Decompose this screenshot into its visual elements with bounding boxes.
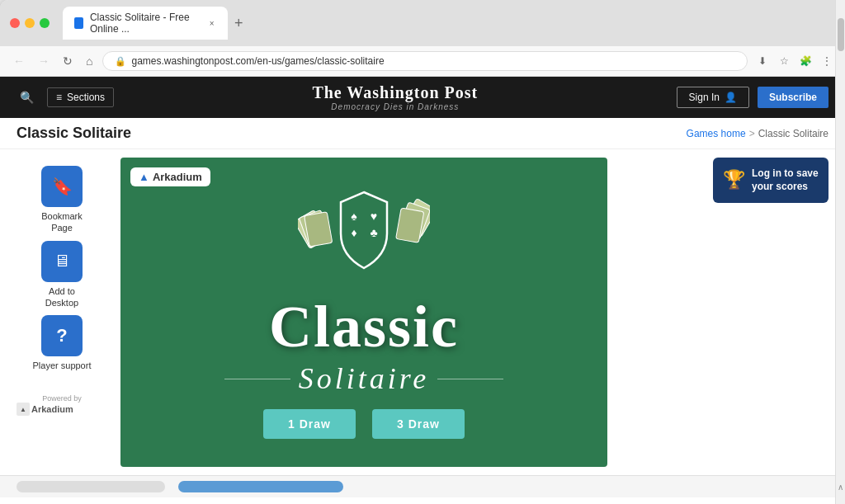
left-title-dash bbox=[224, 379, 290, 379]
powered-by-text: Powered by bbox=[17, 394, 107, 403]
minimize-window-button[interactable] bbox=[25, 18, 35, 28]
traffic-lights bbox=[10, 18, 50, 28]
person-icon: 👤 bbox=[725, 92, 737, 103]
title-bar: Classic Solitaire - Free Online ... × + bbox=[0, 0, 845, 46]
maximize-window-button[interactable] bbox=[40, 18, 50, 28]
search-button[interactable]: 🔍 bbox=[17, 87, 37, 107]
wp-header-left: 🔍 ≡ Sections bbox=[17, 87, 114, 107]
bookmark-page-label: BookmarkPage bbox=[41, 210, 83, 234]
more-options-icon[interactable]: ⋮ bbox=[819, 53, 835, 69]
wp-header-right: Sign In 👤 Subscribe bbox=[677, 87, 828, 108]
save-scores-card[interactable]: 🏆 Log in to save your scores bbox=[713, 158, 828, 203]
extensions-icon[interactable]: 🧩 bbox=[797, 53, 814, 69]
site-content: 🔍 ≡ Sections The Washington Post Democra… bbox=[0, 77, 845, 504]
svg-rect-2 bbox=[304, 212, 333, 247]
right-sidebar: 🏆 Log in to save your scores bbox=[713, 158, 828, 467]
player-support-icon: ? bbox=[41, 315, 83, 356]
svg-rect-5 bbox=[396, 208, 424, 243]
svg-text:♦: ♦ bbox=[351, 226, 356, 239]
back-button[interactable]: ← bbox=[10, 53, 28, 69]
refresh-button[interactable]: ↻ bbox=[59, 53, 76, 69]
wp-logo: The Washington Post Democracy Dies in Da… bbox=[114, 83, 677, 111]
breadcrumb-bar: Classic Solitaire Games home > Classic S… bbox=[0, 118, 845, 149]
address-bar: ← → ↻ ⌂ 🔒 games.washingtonpost.com/en-us… bbox=[0, 46, 845, 77]
bookmark-page-action[interactable]: 🔖 BookmarkPage bbox=[17, 166, 107, 234]
player-support-label: Player support bbox=[33, 360, 92, 371]
sections-label: Sections bbox=[67, 92, 105, 103]
game-frame[interactable]: ▲ Arkadium bbox=[120, 158, 607, 467]
svg-text:♠: ♠ bbox=[351, 210, 357, 223]
arkadium-logo-label: Arkadium bbox=[31, 404, 73, 414]
scrollbar-up-arrow[interactable]: ∧ bbox=[836, 483, 845, 492]
arkadium-badge: ▲ Arkadium bbox=[130, 167, 210, 186]
close-window-button[interactable] bbox=[10, 18, 20, 28]
active-tab[interactable]: Classic Solitaire - Free Online ... × bbox=[63, 7, 228, 40]
right-title-dash bbox=[437, 379, 503, 379]
game-title-classic: Classic bbox=[269, 293, 459, 361]
new-tab-button[interactable]: + bbox=[228, 12, 250, 35]
bottom-pill-1 bbox=[17, 481, 165, 492]
browser-window: Classic Solitaire - Free Online ... × + … bbox=[0, 0, 845, 504]
sections-button[interactable]: ≡ Sections bbox=[47, 87, 114, 107]
powered-by-section: Powered by ▲ Arkadium bbox=[17, 394, 107, 416]
add-to-desktop-icon: 🖥 bbox=[41, 241, 83, 282]
add-to-desktop-action[interactable]: 🖥 Add toDesktop bbox=[17, 241, 107, 309]
sign-in-button[interactable]: Sign In 👤 bbox=[677, 87, 749, 108]
forward-button[interactable]: → bbox=[35, 53, 53, 69]
arkadium-logo-icon: ▲ bbox=[17, 403, 30, 416]
wp-logo-subtitle: Democracy Dies in Darkness bbox=[114, 102, 677, 111]
url-text: games.washingtonpost.com/en-us/games/cla… bbox=[131, 55, 384, 67]
game-area: ▲ Arkadium bbox=[120, 158, 700, 467]
draw-3-button[interactable]: 3 Draw bbox=[372, 409, 465, 439]
wp-header: 🔍 ≡ Sections The Washington Post Democra… bbox=[0, 77, 845, 118]
tab-favicon bbox=[74, 17, 83, 29]
home-button[interactable]: ⌂ bbox=[83, 53, 96, 69]
sections-icon: ≡ bbox=[56, 92, 62, 103]
scrollbar[interactable]: ∧ bbox=[835, 0, 845, 504]
page-title: Classic Solitaire bbox=[17, 125, 131, 142]
tab-bar: Classic Solitaire - Free Online ... × + bbox=[63, 7, 250, 40]
browser-action-icons: ⬇ ☆ 🧩 ⋮ bbox=[754, 53, 835, 69]
breadcrumb-games-home[interactable]: Games home bbox=[687, 128, 746, 139]
tab-close-button[interactable]: × bbox=[207, 17, 216, 29]
arkadium-logo: ▲ Arkadium bbox=[17, 403, 107, 416]
breadcrumb-separator: > bbox=[749, 128, 755, 139]
game-graphics: ♠ ♥ ♦ ♣ Classic Solitaire bbox=[120, 158, 607, 467]
svg-text:♣: ♣ bbox=[370, 226, 377, 239]
tab-title: Classic Solitaire - Free Online ... bbox=[90, 12, 201, 35]
add-to-desktop-label: Add toDesktop bbox=[45, 285, 78, 309]
url-bar[interactable]: 🔒 games.washingtonpost.com/en-us/games/c… bbox=[102, 51, 748, 71]
breadcrumb-current: Classic Solitaire bbox=[758, 128, 828, 139]
player-support-action[interactable]: ? Player support bbox=[17, 315, 107, 371]
solitaire-title-row: Solitaire bbox=[224, 361, 504, 396]
arkadium-badge-label: Arkadium bbox=[153, 171, 202, 183]
bookmark-icon[interactable]: ☆ bbox=[776, 53, 792, 69]
subscribe-button[interactable]: Subscribe bbox=[758, 87, 828, 108]
arkadium-badge-icon: ▲ bbox=[139, 171, 149, 183]
save-scores-label: Log in to save your scores bbox=[752, 167, 819, 193]
bottom-pill-2 bbox=[178, 481, 343, 492]
sign-in-label: Sign In bbox=[689, 92, 720, 103]
draw-buttons: 1 Draw 3 Draw bbox=[263, 409, 465, 439]
bottom-bar bbox=[0, 475, 845, 497]
trophy-icon: 🏆 bbox=[723, 168, 745, 192]
draw-1-button[interactable]: 1 Draw bbox=[263, 409, 356, 439]
svg-text:♥: ♥ bbox=[371, 210, 377, 223]
main-content: 🔖 BookmarkPage 🖥 Add toDesktop ? Player … bbox=[0, 149, 845, 475]
left-sidebar: 🔖 BookmarkPage 🖥 Add toDesktop ? Player … bbox=[17, 158, 107, 467]
shield-graphic: ♠ ♥ ♦ ♣ bbox=[298, 186, 430, 276]
ssl-lock-icon: 🔒 bbox=[115, 56, 126, 67]
download-icon[interactable]: ⬇ bbox=[754, 53, 771, 69]
game-title-solitaire: Solitaire bbox=[299, 361, 430, 396]
wp-logo-title: The Washington Post bbox=[114, 83, 677, 102]
scrollbar-thumb[interactable] bbox=[838, 18, 844, 51]
bookmark-page-icon: 🔖 bbox=[41, 166, 83, 207]
breadcrumb: Games home > Classic Solitaire bbox=[687, 128, 828, 139]
